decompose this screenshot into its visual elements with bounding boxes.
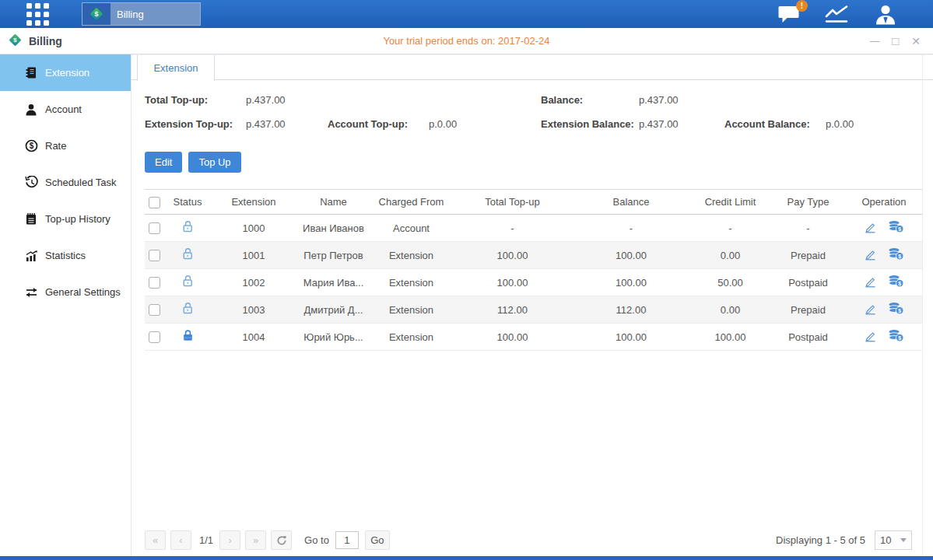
notification-badge: ! [796, 0, 808, 12]
sidebar-item-rate[interactable]: $ Rate [0, 128, 131, 164]
topup-extension-icon[interactable]: $ [888, 329, 904, 345]
topup-extension-icon[interactable]: $ [888, 247, 904, 263]
svg-text:$: $ [898, 335, 901, 341]
table-row: 1000 Иван Иванов Account - - - - $ [145, 215, 923, 242]
balance-value: p.437.00 [639, 94, 679, 106]
trial-notice: Your trial period ends on: 2017-02-24 [383, 35, 549, 47]
goto-label: Go to [304, 534, 329, 546]
taskbar-billing-tab[interactable]: $ Billing [82, 2, 201, 26]
window-bottom-frame [0, 556, 933, 560]
unlocked-icon [181, 251, 195, 263]
svg-text:$: $ [13, 37, 17, 44]
close-button[interactable]: ✕ [911, 36, 921, 47]
prev-page-button[interactable]: ‹ [170, 530, 191, 550]
table-row: 1001 Петр Петров Extension 100.00 100.00… [145, 242, 923, 269]
sidebar-item-label: Extension [45, 67, 89, 79]
sidebar-item-scheduled-task[interactable]: Scheduled Task [0, 164, 131, 201]
col-total-topup: Total Top-up [452, 190, 573, 215]
edit-extension-icon[interactable] [864, 330, 877, 345]
topup-extension-icon[interactable]: $ [888, 302, 904, 317]
billing-app-window: $ Billing ! $ Billing Your trial period … [0, 0, 933, 560]
col-extension: Extension [211, 190, 296, 215]
locked-icon [181, 333, 195, 345]
edit-extension-icon[interactable] [864, 303, 877, 317]
tab-bar: Extension [132, 54, 933, 80]
taskbar: $ Billing ! [0, 0, 933, 28]
select-all-checkbox[interactable] [149, 197, 160, 208]
resource-monitor-icon[interactable] [824, 4, 851, 24]
svg-text:$: $ [898, 308, 901, 314]
extension-topup-label: Extension Top-up: [145, 118, 233, 130]
table-row: 1004 Юрий Юрь... Extension 100.00 100.00… [145, 324, 923, 351]
ledger-icon [23, 66, 39, 79]
sidebar-item-statistics[interactable]: Statistics [0, 237, 131, 274]
maximize-button[interactable]: □ [892, 35, 899, 47]
svg-text:$: $ [898, 226, 901, 233]
page-size-select[interactable]: 10 [875, 530, 912, 550]
sidebar-item-label: Rate [45, 140, 66, 152]
row-checkbox[interactable] [149, 277, 160, 289]
sidebar-item-label: Top-up History [45, 213, 110, 225]
row-checkbox[interactable] [149, 222, 160, 234]
total-topup-label: Total Top-up: [145, 94, 208, 106]
account-topup-value: p.0.00 [429, 118, 457, 130]
messages-icon[interactable]: ! [777, 5, 801, 24]
sidebar-item-account[interactable]: Account [0, 91, 131, 128]
topup-button[interactable]: Top Up [188, 152, 240, 173]
svg-text:$: $ [29, 142, 33, 150]
sidebar-item-label: Account [45, 103, 82, 115]
taskbar-right: ! [777, 4, 933, 25]
edit-extension-icon[interactable] [864, 248, 877, 263]
extensions-table: Status Extension Name Charged From Total… [145, 189, 923, 351]
account-balance-label: Account Balance: [724, 118, 810, 130]
next-page-button[interactable]: › [219, 530, 240, 550]
row-checkbox[interactable] [149, 250, 160, 261]
sidebar-item-extension[interactable]: Extension [0, 54, 131, 91]
extension-balance-value: p.437.00 [639, 118, 679, 130]
total-topup-value: p.437.00 [246, 94, 286, 106]
sidebar: Extension Account $ Rate Scheduled Task [0, 54, 131, 556]
transfer-arrows-icon [23, 287, 39, 298]
window-titlebar: $ Billing Your trial period ends on: 201… [0, 28, 933, 54]
col-operation: Operation [845, 190, 923, 215]
billing-window-icon: $ [8, 33, 23, 50]
edit-button[interactable]: Edit [145, 152, 182, 173]
balance-label: Balance: [541, 94, 583, 106]
pagination-bar: « ‹ 1/1 › » Go to Go Displaying 1 - 5 of… [145, 530, 912, 550]
displaying-count: Displaying 1 - 5 of 5 [776, 534, 865, 546]
table-row: 1003 Дмитрий Д... Extension 112.00 112.0… [145, 296, 923, 324]
row-checkbox[interactable] [149, 304, 160, 316]
clock-icon [23, 176, 39, 189]
goto-page-input[interactable] [335, 531, 359, 549]
go-button[interactable]: Go [365, 530, 390, 550]
user-account-icon[interactable] [874, 4, 897, 25]
col-pay-type: Pay Type [771, 190, 845, 215]
row-checkbox[interactable] [149, 331, 160, 343]
col-credit-limit: Credit Limit [689, 190, 771, 215]
extension-topup-value: p.437.00 [246, 118, 286, 130]
notebook-icon [23, 212, 39, 226]
taskbar-tab-label: Billing [117, 9, 144, 20]
account-balance-value: p.0.00 [826, 118, 854, 130]
edit-extension-icon[interactable] [864, 275, 877, 290]
topup-extension-icon[interactable]: $ [888, 220, 904, 236]
sidebar-item-label: General Settings [45, 286, 121, 298]
unlocked-icon [181, 224, 195, 236]
minimize-button[interactable]: — [870, 37, 879, 46]
svg-text:$: $ [95, 10, 99, 18]
col-name: Name [296, 190, 370, 215]
refresh-button[interactable] [271, 530, 292, 550]
main-content: Extension Total Top-up: p.437.00 Balance… [131, 54, 933, 556]
table-row: 1002 Мария Ива... Extension 100.00 100.0… [145, 269, 923, 296]
sidebar-item-general-settings[interactable]: General Settings [0, 274, 131, 310]
tab-extension[interactable]: Extension [137, 55, 215, 81]
edit-extension-icon[interactable] [864, 221, 877, 236]
first-page-button[interactable]: « [145, 530, 166, 550]
chevron-down-icon [900, 538, 907, 542]
last-page-button[interactable]: » [245, 530, 266, 550]
app-menu-icon[interactable] [26, 3, 49, 26]
sidebar-item-topup-history[interactable]: Top-up History [0, 201, 131, 237]
col-balance: Balance [573, 190, 689, 215]
balance-summary: Total Top-up: p.437.00 Balance: p.437.00… [132, 80, 933, 144]
topup-extension-icon[interactable]: $ [888, 275, 904, 290]
